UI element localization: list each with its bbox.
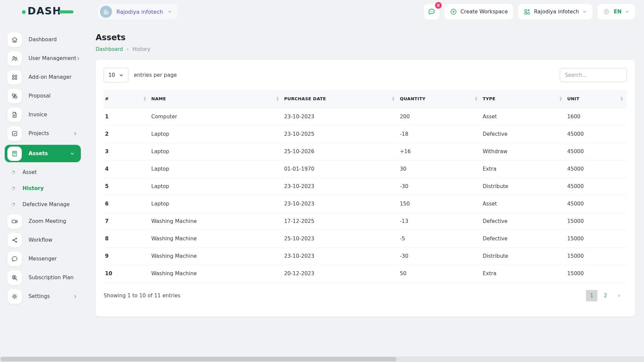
chat-bubble-icon bbox=[428, 8, 436, 16]
sidebar-subitem-asset[interactable]: Asset bbox=[11, 166, 86, 179]
chevron-down-icon bbox=[167, 9, 172, 14]
bullet-circle-icon bbox=[11, 187, 15, 190]
logo-text: DASH bbox=[28, 6, 61, 16]
bullet-circle-icon bbox=[11, 171, 15, 174]
sort-icon: ▲▼ bbox=[144, 96, 146, 101]
horizontal-scrollbar-thumb[interactable] bbox=[1, 357, 396, 361]
plus-circle-icon bbox=[450, 8, 457, 15]
chevron-down-icon bbox=[119, 73, 124, 78]
pagination-page-2[interactable]: 2 bbox=[600, 290, 611, 301]
sort-icon: ▲▼ bbox=[621, 96, 623, 101]
company-name: Rajodiya infotech bbox=[534, 9, 579, 15]
table-row: 6 Laptop 23-10-2023 150 Asset 45000 bbox=[104, 195, 627, 213]
workspace-grid-icon bbox=[524, 8, 531, 15]
table-row: 5 Laptop 23-10-2023 -30 Distribute 45000 bbox=[104, 178, 627, 195]
cell-index: 7 bbox=[104, 213, 150, 230]
sidebar-item-subscription-plan[interactable]: Subscription Plan bbox=[7, 270, 86, 285]
cell-unit: 45000 bbox=[566, 143, 627, 160]
cell-purchase-date: 25-10-2026 bbox=[283, 143, 398, 160]
sidebar-item-label: Proposal bbox=[29, 93, 51, 99]
cell-index: 10 bbox=[104, 265, 150, 282]
cell-name: Computer bbox=[150, 108, 283, 125]
globe-icon bbox=[603, 8, 610, 15]
chevron-right-icon bbox=[76, 56, 80, 61]
entries-per-page-label: entries per page bbox=[134, 72, 177, 78]
cell-unit: 45000 bbox=[566, 160, 627, 178]
messages-badge: 0 bbox=[435, 2, 442, 9]
column-header-type[interactable]: TYPE ▲▼ bbox=[481, 90, 566, 108]
sidebar-item-dashboard[interactable]: Dashboard bbox=[7, 32, 86, 47]
cell-quantity: -30 bbox=[398, 178, 481, 195]
table-row: 8 Washing Machine 25-10-2023 -5 Defectiv… bbox=[104, 230, 627, 247]
chevron-down-icon bbox=[70, 151, 75, 156]
column-header-quantity[interactable]: QUANTITY ▲▼ bbox=[398, 90, 481, 108]
sidebar-subitem-history[interactable]: History bbox=[11, 182, 86, 195]
table-row: 10 Washing Machine 20-12-2023 50 Extra 1… bbox=[104, 265, 627, 282]
sidebar-item-label: Subscription Plan bbox=[29, 275, 73, 281]
cell-type: Extra bbox=[481, 265, 566, 282]
cell-unit: 15000 bbox=[566, 230, 627, 247]
video-camera-icon bbox=[7, 214, 22, 229]
sidebar-item-label: Projects bbox=[29, 130, 49, 136]
chevron-down-icon bbox=[582, 9, 587, 14]
column-header-purchase-date[interactable]: PURCHASE DATE ▲▼ bbox=[283, 90, 398, 108]
sidebar-item-zoom-meeting[interactable]: Zoom Meeting bbox=[7, 214, 86, 229]
logo-dash-decoration bbox=[59, 10, 73, 13]
sidebar-item-workflow[interactable]: Workflow bbox=[7, 233, 86, 247]
sidebar-item-invoice[interactable]: Invoice bbox=[7, 107, 86, 122]
cell-index: 9 bbox=[104, 247, 150, 265]
cell-name: Washing Machine bbox=[150, 265, 283, 282]
sidebar-subitem-label: History bbox=[22, 185, 44, 191]
sidebar-item-label: Add-on Manager bbox=[29, 74, 71, 80]
table-row: 2 Laptop 23-10-2025 -18 Defective 45000 bbox=[104, 125, 627, 143]
proposal-swap-icon bbox=[7, 89, 22, 103]
table-row: 9 Washing Machine 23-10-2023 -30 Distrib… bbox=[104, 247, 627, 265]
cell-index: 3 bbox=[104, 143, 150, 160]
page-title: Assets bbox=[96, 33, 644, 42]
breadcrumb-current: History bbox=[132, 46, 150, 52]
sidebar-item-assets[interactable]: Assets bbox=[5, 145, 81, 162]
invoice-document-icon bbox=[7, 108, 22, 122]
company-dropdown[interactable]: Rajodiya infotech bbox=[518, 4, 593, 19]
column-header-name[interactable]: NAME ▲▼ bbox=[150, 90, 283, 108]
grid-icon bbox=[7, 70, 22, 84]
table-header-row: # ▲▼ NAME ▲▼ PURCHASE DATE ▲▼ QUANTITY ▲… bbox=[104, 90, 627, 108]
sidebar-item-label: Zoom Meeting bbox=[29, 218, 66, 224]
speech-bubble-icon bbox=[7, 252, 22, 266]
cell-unit: 15000 bbox=[566, 265, 627, 282]
sidebar-item-label: Dashboard bbox=[29, 37, 57, 43]
cell-type: Defective bbox=[481, 213, 566, 230]
workspace-selector[interactable]: Rajodiya infotech bbox=[98, 4, 177, 19]
language-dropdown[interactable]: EN bbox=[597, 4, 635, 19]
cell-type: Distribute bbox=[481, 247, 566, 265]
cell-quantity: -30 bbox=[398, 247, 481, 265]
cell-type: Defective bbox=[481, 125, 566, 143]
gear-icon bbox=[7, 289, 22, 304]
create-workspace-button[interactable]: Create Workspace bbox=[444, 4, 513, 19]
sidebar-item-messenger[interactable]: Messenger bbox=[7, 251, 86, 266]
cell-purchase-date: 25-10-2023 bbox=[283, 230, 398, 247]
horizontal-scrollbar[interactable] bbox=[0, 356, 644, 362]
dash-logo[interactable]: DASH bbox=[22, 6, 73, 16]
cell-unit: 15000 bbox=[566, 247, 627, 265]
entries-per-page-select[interactable]: 10 bbox=[104, 68, 128, 82]
pagination-page-1[interactable]: 1 bbox=[586, 290, 597, 301]
sidebar-item-addon-manager[interactable]: Add-on Manager bbox=[7, 70, 86, 84]
sidebar-item-user-management[interactable]: User Management bbox=[7, 51, 86, 66]
pagination-next-button[interactable]: › bbox=[613, 290, 625, 301]
cell-purchase-date: 17-12-2025 bbox=[283, 213, 398, 230]
sidebar-item-projects[interactable]: Projects bbox=[7, 126, 86, 141]
column-header-unit[interactable]: UNIT ▲▼ bbox=[566, 90, 627, 108]
sidebar-item-proposal[interactable]: Proposal bbox=[7, 88, 86, 103]
checkbox-icon bbox=[7, 126, 22, 141]
sidebar-item-label: User Management bbox=[29, 55, 76, 61]
search-input[interactable] bbox=[560, 68, 627, 82]
messages-button[interactable]: 0 bbox=[424, 4, 439, 19]
entries-per-page-value: 10 bbox=[108, 72, 115, 78]
cell-quantity: -18 bbox=[398, 125, 481, 143]
sidebar-item-settings[interactable]: Settings bbox=[7, 289, 86, 304]
column-header-index[interactable]: # ▲▼ bbox=[104, 90, 150, 108]
breadcrumb-dashboard-link[interactable]: Dashboard bbox=[96, 46, 123, 52]
sidebar-subitem-defective-manage[interactable]: Defective Manage bbox=[11, 198, 86, 211]
cell-quantity: 200 bbox=[398, 108, 481, 125]
